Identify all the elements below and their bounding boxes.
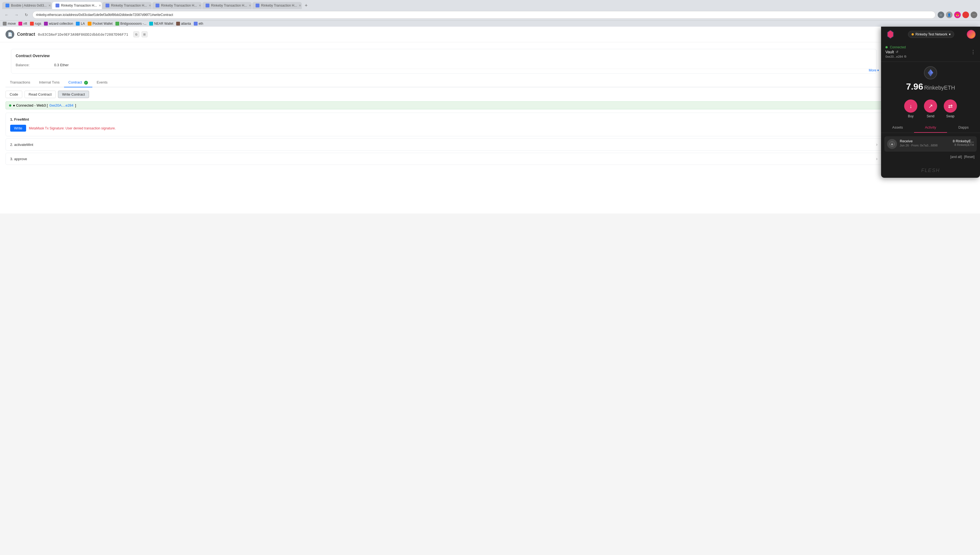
avatar-image: [967, 30, 975, 38]
tab-close-3[interactable]: ✕: [149, 4, 151, 7]
tab-events[interactable]: Events: [92, 78, 112, 87]
bookmark-pocket[interactable]: Pocket Wallet: [88, 22, 113, 26]
expand-all-button[interactable]: [and all]: [950, 155, 962, 159]
tab-favicon-2: [56, 3, 59, 7]
bookmark-la[interactable]: LA: [76, 22, 85, 26]
address-bar[interactable]: rinkeby.etherscan.io/address/0x83cdaef1d…: [32, 11, 935, 19]
connected-address-link[interactable]: 0xe20A....e284: [50, 103, 74, 107]
tab-internal-txns[interactable]: Internal Txns: [35, 78, 64, 87]
bookmark-nft[interactable]: nft: [18, 22, 27, 26]
bookmark-label-near: NEAR Wallet: [154, 22, 173, 26]
more-button[interactable]: More ▾: [869, 68, 879, 72]
bookmark-wizard[interactable]: wizard collection: [44, 22, 73, 26]
contract-icon: 📄: [5, 30, 14, 39]
function-approve[interactable]: 3. approve ›: [5, 153, 882, 165]
activity-sub-1: Jun 26 · From: 0x7a3...6898: [900, 144, 950, 147]
browser-tab-4[interactable]: Rinkeby Transaction H... ✕: [152, 2, 202, 9]
bookmark-eth[interactable]: eth: [194, 22, 204, 26]
vault-section: Connected Vault ↺ 0xe20...e284 ⧉ ⋮: [881, 42, 980, 62]
tab-assets[interactable]: Assets: [881, 122, 914, 133]
write-contract-button[interactable]: Write Contract: [58, 91, 89, 98]
write-button[interactable]: Write: [10, 125, 26, 132]
function-freemint-row: Write MetaMask Tx Signature: User denied…: [10, 125, 877, 132]
function-activatemint-arrow: ›: [876, 142, 877, 147]
copy-address-button[interactable]: ⧉: [133, 31, 140, 37]
swap-label: Swap: [946, 114, 954, 118]
tab-close-2[interactable]: ✕: [99, 4, 101, 7]
connected-web3-badge: ● Connected - Web3 [ 0xe20A....e284 ]: [5, 101, 882, 109]
tab-close-4[interactable]: ✕: [199, 4, 201, 7]
reload-button[interactable]: ↻: [22, 11, 30, 19]
buy-icon-circle: ↓: [904, 99, 917, 113]
copy-address-icon[interactable]: ⧉: [904, 55, 906, 58]
contract-body: Contract Overview Balance: 0.3 Ether Tra…: [0, 46, 980, 167]
mm-tab-bar: Assets Activity Dapps: [881, 122, 980, 133]
tab-activity[interactable]: Activity: [914, 122, 947, 133]
main-layout: 📄 Contract 0x83CDAeF1De9EF3A9BF86DD2dbbE…: [0, 27, 980, 213]
bookmark-label-bridgoooors: Bridgoooooors -...: [120, 22, 146, 26]
browser-tab-6[interactable]: Rinkeby Transaction H... ✕: [252, 2, 302, 9]
connected-suffix: ]: [75, 103, 76, 107]
bookmark-rugs[interactable]: rugs: [30, 22, 41, 26]
tab-favicon-5: [205, 3, 209, 7]
refresh-icon[interactable]: ↺: [896, 50, 898, 54]
bookmark-icon[interactable]: ☆: [938, 11, 944, 18]
tab-bar: Booble | Address 0x83... ✕ Rinkeby Trans…: [0, 0, 980, 10]
tab-transactions[interactable]: Transactions: [5, 78, 35, 87]
function-activatemint[interactable]: 2. activateMint ›: [5, 138, 882, 151]
vault-info: Connected Vault ↺ 0xe20...e284 ⧉: [885, 45, 906, 58]
metamask-popup: Rinkeby Test Network ▾ Connected Vault ↺…: [881, 27, 980, 178]
metamask-extension-icon[interactable]: 🦊: [954, 11, 961, 18]
token-icon: [924, 66, 937, 79]
bookmarks-bar: move nft rugs wizard collection LA Pocke…: [0, 20, 980, 27]
vault-menu-button[interactable]: ⋮: [970, 49, 975, 55]
send-button[interactable]: ↗ Send: [924, 99, 937, 118]
browser-chrome: Booble | Address 0x83... ✕ Rinkeby Trans…: [0, 0, 980, 27]
balance-area: 7.96 RinkebyETH: [881, 62, 980, 96]
code-button[interactable]: Code: [5, 91, 22, 98]
left-panel: Contract Overview Balance: 0.3 Ether Tra…: [5, 46, 882, 167]
forward-button[interactable]: →: [13, 11, 20, 19]
browser-tab-2[interactable]: Rinkeby Transaction H... ✕: [52, 2, 102, 9]
bookmark-move[interactable]: move: [3, 22, 16, 26]
activity-info-1: Receive Jun 26 · From: 0x7a3...6898: [900, 139, 950, 147]
read-contract-button[interactable]: Read Contract: [24, 91, 56, 98]
browser-tab-5[interactable]: Rinkeby Transaction H... ✕: [202, 2, 252, 9]
buy-icon: ↓: [909, 103, 912, 109]
network-selector[interactable]: Rinkeby Test Network ▾: [908, 31, 954, 38]
overview-title: Contract Overview: [16, 54, 872, 58]
extensions-icon[interactable]: ⋯: [970, 11, 977, 18]
activity-controls: [and all] [Reset]: [884, 154, 977, 160]
tab-close-1[interactable]: ✕: [48, 4, 51, 7]
browser-tab-1[interactable]: Booble | Address 0x83... ✕: [2, 2, 52, 9]
other-extension-icon[interactable]: [962, 11, 969, 18]
qr-code-button[interactable]: ⊞: [141, 31, 148, 37]
back-button[interactable]: ←: [3, 11, 10, 19]
bookmark-label-atlanta: atlanta: [181, 22, 191, 26]
send-label: Send: [927, 114, 934, 118]
tab-label-2: Rinkeby Transaction H...: [61, 3, 97, 7]
address-bar-text: rinkeby.etherscan.io/address/0x83cdaef1d…: [36, 13, 173, 17]
tab-favicon-4: [156, 3, 159, 7]
activity-section: Receive Jun 26 · From: 0x7a3...6898 8 Ri…: [881, 133, 980, 163]
tab-dapps[interactable]: Dapps: [947, 122, 980, 133]
profile-icon[interactable]: 👤: [946, 11, 953, 18]
account-avatar[interactable]: [967, 30, 975, 39]
tab-close-5[interactable]: ✕: [249, 4, 251, 7]
swap-button[interactable]: ⇄ Swap: [944, 99, 957, 118]
tab-favicon-1: [5, 3, 10, 7]
bookmark-favicon-bridgoooors: [115, 22, 119, 26]
tab-contract[interactable]: Contract ✓: [64, 78, 92, 87]
bookmark-atlanta[interactable]: atlanta: [176, 22, 191, 26]
buy-button[interactable]: ↓ Buy: [904, 99, 917, 118]
bookmark-bridgoooors[interactable]: Bridgoooooors -...: [115, 22, 146, 26]
new-tab-button[interactable]: +: [302, 2, 310, 10]
bookmark-near[interactable]: NEAR Wallet: [149, 22, 173, 26]
tab-close-6[interactable]: ✕: [299, 4, 301, 7]
bookmark-favicon-near: [149, 22, 153, 26]
tab-label-6: Rinkeby Transaction H...: [261, 3, 297, 7]
browser-tab-3[interactable]: Rinkeby Transaction H... ✕: [102, 2, 152, 9]
tab-favicon-6: [256, 3, 260, 7]
metamask-logo: [885, 29, 895, 39]
reset-button[interactable]: [Reset]: [964, 155, 975, 159]
